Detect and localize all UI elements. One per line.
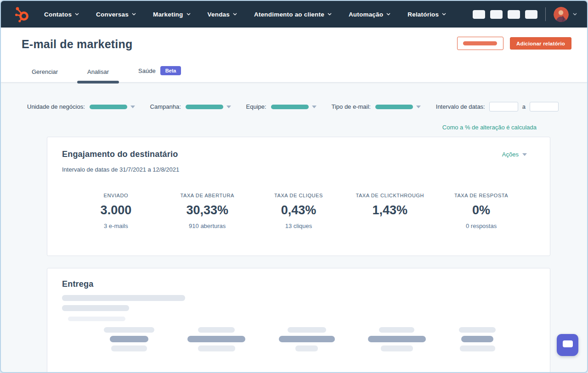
chat-window-icon: [563, 340, 573, 347]
metric-taxa-cliques: TAXA DE CLIQUES 0,43% 13 cliques: [253, 193, 345, 229]
metric-value: 1,43%: [344, 203, 435, 217]
account-chevron-down-icon[interactable]: [573, 13, 577, 16]
app-window: Contatos Conversas Marketing Vendas Aten…: [0, 0, 588, 373]
dropdown-chevron-icon: [130, 106, 135, 108]
actions-dropdown[interactable]: Ações: [502, 151, 535, 158]
metric-subtext: [344, 223, 435, 229]
metric-subtext: 3 e-mails: [70, 223, 162, 229]
chevron-down-icon: [187, 13, 191, 16]
chat-launcher-button[interactable]: [557, 334, 578, 356]
metric-value: 0%: [435, 203, 527, 217]
metric-label: TAXA DE RESPOSTA: [435, 193, 527, 198]
skeleton-line: [62, 295, 185, 301]
metric-taxa-abertura: TAXA DE ABERTURA 30,33% 910 aberturas: [162, 193, 253, 229]
skeleton-metric: [187, 327, 245, 351]
chevron-down-icon: [442, 13, 446, 16]
date-from-input[interactable]: [489, 102, 518, 111]
filter-label: Equipe:: [246, 103, 266, 110]
tab-bar: Gerenciar Analisar Saúde Beta: [22, 66, 571, 82]
filter-value-pill: [375, 105, 413, 109]
recipient-engagement-card: Engajamento do destinatário Ações Interv…: [47, 137, 550, 256]
skeleton-metric: [459, 327, 496, 351]
engagement-date-range: Intervalo de datas de 31/7/2021 a 12/8/2…: [62, 166, 535, 173]
engagement-card-title: Engajamento do destinatário: [62, 150, 178, 159]
filter-value-pill: [90, 105, 127, 109]
metric-subtext: 0 respostas: [435, 223, 527, 229]
filter-business-unit[interactable]: Unidade de negócios:: [27, 103, 135, 110]
metric-label: TAXA DE ABERTURA: [162, 193, 253, 198]
nav-item-conversas[interactable]: Conversas: [96, 11, 136, 18]
redacted-label-pill: [463, 41, 497, 45]
chevron-down-icon: [233, 13, 237, 16]
main-menu: Contatos Conversas Marketing Vendas Aten…: [44, 11, 446, 18]
nav-item-marketing[interactable]: Marketing: [153, 11, 191, 18]
dropdown-chevron-icon: [416, 106, 421, 108]
tab-label: Analisar: [87, 68, 109, 75]
metric-value: 0,43%: [253, 203, 345, 217]
nav-icon-placeholder-1[interactable]: [473, 10, 485, 19]
actions-label: Ações: [502, 151, 519, 158]
metric-enviado: ENVIADO 3.000 3 e-mails: [70, 193, 162, 229]
nav-item-automacao[interactable]: Automação: [349, 11, 390, 18]
nav-item-label: Vendas: [208, 11, 230, 18]
filter-email-type[interactable]: Tipo de e-mail:: [331, 103, 421, 110]
metric-label: ENVIADO: [70, 193, 162, 198]
nav-divider: [545, 7, 546, 21]
metric-subtext: 13 cliques: [253, 223, 345, 229]
chevron-down-icon: [328, 13, 332, 16]
change-calculation-link[interactable]: Como a % de alteração é calculada: [442, 124, 537, 131]
secondary-action-button[interactable]: [457, 37, 503, 50]
header-actions: Adicionar relatório: [457, 37, 571, 50]
delivery-card-title: Entrega: [62, 279, 535, 289]
nav-icon-placeholder-4[interactable]: [525, 10, 537, 19]
metric-taxa-clickthrough: TAXA DE CLICKTHROUGH 1,43%: [344, 193, 435, 229]
hubspot-logo-icon[interactable]: [14, 6, 30, 23]
filter-value-pill: [271, 105, 309, 109]
filter-campaign[interactable]: Campanha:: [150, 103, 231, 110]
metrics-row: ENVIADO 3.000 3 e-mails TAXA DE ABERTURA…: [62, 193, 535, 229]
filter-label: Unidade de negócios:: [27, 103, 85, 110]
nav-utilities: [468, 7, 577, 22]
nav-item-label: Automação: [349, 11, 383, 18]
filter-team[interactable]: Equipe:: [246, 103, 317, 110]
delivery-card: Entrega: [47, 268, 550, 373]
nav-item-relatorios[interactable]: Relatórios: [407, 11, 446, 18]
nav-item-label: Relatórios: [407, 11, 439, 18]
add-report-button[interactable]: Adicionar relatório: [510, 37, 571, 50]
filter-bar: Unidade de negócios: Campanha: Equipe: T…: [27, 102, 559, 111]
date-to-input[interactable]: [530, 102, 559, 111]
tab-saude[interactable]: Saúde Beta: [128, 66, 191, 82]
calc-link-row: Como a % de alteração é calculada: [1, 123, 537, 131]
tab-gerenciar[interactable]: Gerenciar: [22, 68, 68, 82]
nav-item-label: Atendimento ao cliente: [254, 11, 324, 18]
nav-item-label: Conversas: [96, 11, 129, 18]
tab-label: Saúde: [138, 67, 156, 74]
tab-analisar[interactable]: Analisar: [77, 68, 119, 82]
dropdown-chevron-icon: [312, 106, 317, 108]
tab-label: Gerenciar: [32, 68, 58, 75]
chevron-down-icon: [75, 13, 79, 16]
main-content: Unidade de negócios: Campanha: Equipe: T…: [1, 102, 587, 373]
nav-item-contatos[interactable]: Contatos: [44, 11, 79, 18]
filter-date-range: Intervalo de datas: a: [436, 102, 559, 111]
beta-badge: Beta: [160, 66, 181, 75]
metric-value: 30,33%: [162, 203, 253, 217]
nav-item-atendimento[interactable]: Atendimento ao cliente: [254, 11, 332, 18]
skeleton-line: [62, 305, 129, 311]
skeleton-metric: [279, 327, 335, 351]
date-range-separator: a: [522, 103, 526, 110]
page-header: E-mail de marketing Adicionar relatório …: [1, 28, 587, 83]
dropdown-chevron-icon: [226, 106, 231, 108]
skeleton-metric: [104, 327, 154, 351]
user-avatar[interactable]: [554, 7, 569, 22]
metric-subtext: 910 aberturas: [162, 223, 253, 229]
metric-label: TAXA DE CLICKTHROUGH: [344, 193, 435, 198]
nav-icon-placeholder-3[interactable]: [508, 10, 520, 19]
skeleton-metrics-row: [104, 327, 496, 351]
filter-value-pill: [186, 105, 223, 109]
filter-label: Tipo de e-mail:: [331, 103, 371, 110]
nav-item-vendas[interactable]: Vendas: [208, 11, 237, 18]
nav-item-label: Contatos: [44, 11, 72, 18]
skeleton-line: [68, 317, 125, 321]
nav-icon-placeholder-2[interactable]: [490, 10, 503, 19]
